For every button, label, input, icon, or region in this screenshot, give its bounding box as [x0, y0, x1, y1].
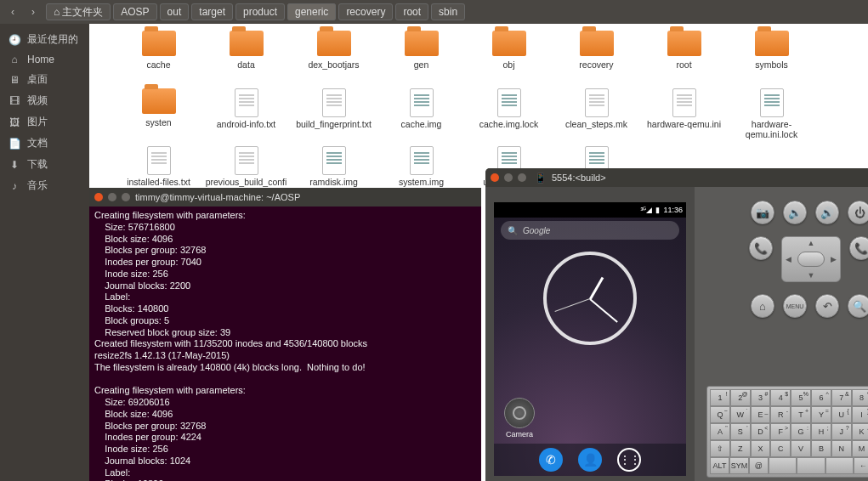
breadcrumb-recovery[interactable]: recovery [338, 3, 393, 20]
key-1[interactable]: 1! [710, 389, 730, 406]
key- [interactable] [797, 457, 825, 474]
file-clean_steps.mk[interactable]: clean_steps.mk [553, 88, 640, 144]
power-button[interactable]: ⏻ [848, 201, 868, 224]
file-cache.img[interactable]: cache.img [377, 88, 465, 144]
key-←[interactable]: ← [854, 457, 868, 474]
key-4[interactable]: 4$ [770, 389, 791, 406]
file-hardware-qemu.ini[interactable]: hardware-qemu.ini [640, 88, 728, 144]
dpad-center-button[interactable] [797, 252, 825, 267]
hangup-button[interactable]: 📞 [849, 236, 868, 260]
sidebar-item-音乐[interactable]: ♪音乐 [0, 175, 89, 196]
breadcrumb-AOSP[interactable]: AOSP [113, 3, 156, 20]
key-F[interactable]: F> [770, 423, 791, 440]
sidebar-item-图片[interactable]: 🖼图片 [0, 111, 89, 133]
vol-down-button[interactable]: 🔈 [783, 201, 807, 224]
folder-recovery[interactable]: recovery [553, 31, 640, 87]
camera-app-icon[interactable]: Camera [504, 398, 535, 439]
emulator-screen[interactable]: ³ᴳ◢ ▮ 11:36 🔍 Google [494, 202, 686, 476]
key-B[interactable]: B [811, 440, 831, 457]
key-⇧[interactable]: ⇧ [710, 440, 730, 457]
folder-root[interactable]: root [640, 31, 728, 87]
breadcrumb-sbin[interactable]: sbin [431, 3, 465, 20]
terminal-titlebar[interactable]: timmy@timmy-virtual-machine: ~/AOSP [89, 188, 481, 207]
key-V[interactable]: V [791, 440, 811, 457]
terminal-window[interactable]: timmy@timmy-virtual-machine: ~/AOSP Crea… [89, 188, 481, 481]
dpad-down-icon[interactable]: ▼ [808, 271, 815, 280]
file-cache.img.lock[interactable]: cache.img.lock [465, 88, 553, 144]
app-drawer-icon[interactable] [617, 448, 641, 472]
clock-widget[interactable] [543, 252, 637, 345]
key-8[interactable]: 8* [852, 389, 868, 406]
key-R[interactable]: R- [770, 406, 791, 423]
maximize-icon[interactable] [122, 193, 130, 201]
dpad-up-icon[interactable]: ▲ [808, 239, 815, 247]
breadcrumb-generic[interactable]: generic [287, 3, 336, 20]
key-N[interactable]: N [831, 440, 852, 457]
contacts-app-icon[interactable]: 👤 [578, 448, 602, 472]
breadcrumb-root[interactable]: root [395, 3, 428, 20]
folder-cache[interactable]: cache [115, 31, 202, 87]
breadcrumb-主文件夹[interactable]: 主文件夹 [46, 3, 111, 20]
key-K[interactable]: K/ [852, 423, 868, 440]
key-2[interactable]: 2@ [730, 389, 751, 406]
search-button[interactable]: 🔍 [848, 294, 868, 318]
key-I[interactable]: I} [852, 406, 868, 423]
key-6[interactable]: 6^ [811, 389, 831, 406]
nav-forward-icon[interactable]: › [26, 4, 41, 20]
breadcrumb-out[interactable]: out [160, 3, 190, 20]
folder-dex_bootjars[interactable]: dex_bootjars [290, 31, 377, 87]
key- [interactable] [825, 457, 854, 474]
home-button[interactable]: ⌂ [751, 294, 774, 318]
key-M[interactable]: M [852, 440, 868, 457]
key-J[interactable]: J? [831, 423, 852, 440]
minimize-icon[interactable] [504, 173, 513, 182]
key-ALT[interactable]: ALT [710, 457, 729, 474]
call-button[interactable]: 📞 [749, 236, 773, 260]
android-status-bar[interactable]: ³ᴳ◢ ▮ 11:36 [494, 202, 686, 218]
dpad-right-icon[interactable]: ▶ [831, 255, 837, 263]
minimize-icon[interactable] [108, 193, 116, 201]
emulator-window[interactable]: 📱 5554:<build> ³ᴳ◢ ▮ 11:36 🔍 Google [485, 168, 868, 481]
key-T[interactable]: T+ [791, 406, 811, 423]
file-build_fingerprint.txt[interactable]: build_fingerprint.txt [290, 88, 377, 144]
camera-button[interactable]: 📷 [751, 201, 774, 224]
close-icon[interactable] [94, 193, 103, 201]
sidebar-item-桌面[interactable]: 🖥桌面 [0, 69, 89, 90]
emulator-titlebar[interactable]: 📱 5554:<build> [485, 168, 868, 187]
folder-obj[interactable]: obj [465, 31, 553, 87]
phone-app-icon[interactable]: ✆ [539, 448, 563, 472]
file-android-info.txt[interactable]: android-info.txt [202, 88, 290, 144]
breadcrumb-product[interactable]: product [235, 3, 285, 20]
key-C[interactable]: C [770, 440, 791, 457]
sidebar-item-视频[interactable]: 🎞视频 [0, 90, 89, 111]
breadcrumb-target[interactable]: target [191, 3, 233, 20]
maximize-icon[interactable] [518, 173, 526, 182]
sidebar-item-下载[interactable]: ⬇下载 [0, 154, 89, 175]
folder-data[interactable]: data [202, 31, 290, 87]
sidebar-item-Home[interactable]: ⌂Home [0, 50, 89, 69]
key-U[interactable]: U{ [831, 406, 852, 423]
vol-up-button[interactable]: 🔊 [815, 201, 839, 224]
folder-symbols[interactable]: symbols [728, 31, 815, 87]
key-A[interactable]: A" [710, 423, 730, 440]
key-Q[interactable]: Q~ [710, 406, 730, 423]
key-Z[interactable]: Z [730, 440, 751, 457]
file-hardware-qemu.ini.lock[interactable]: hardware-qemu.ini.lock [728, 88, 815, 144]
dpad-left-icon[interactable]: ◀ [786, 255, 791, 263]
key-H[interactable]: H; [811, 423, 831, 440]
sidebar-item-最近使用的[interactable]: 🕘最近使用的 [0, 29, 89, 50]
key-SYM[interactable]: SYM [729, 457, 749, 474]
key-D[interactable]: D< [751, 423, 771, 440]
key-Y[interactable]: Y= [811, 406, 831, 423]
key- [interactable] [769, 457, 797, 474]
back-button[interactable]: ↶ [815, 294, 839, 318]
sidebar-item-文档[interactable]: 📄文档 [0, 133, 89, 154]
terminal-output[interactable]: Creating filesystem with parameters: Siz… [89, 207, 481, 481]
folder-systen[interactable]: systen [115, 88, 202, 144]
key-E[interactable]: E_ [751, 406, 771, 423]
key-@[interactable]: @ [749, 457, 769, 474]
key-G[interactable]: G: [791, 423, 811, 440]
key-X[interactable]: X [751, 440, 771, 457]
dpad[interactable]: ▲ ▼ ◀ ▶ [781, 236, 841, 282]
key-3[interactable]: 3# [751, 389, 771, 406]
